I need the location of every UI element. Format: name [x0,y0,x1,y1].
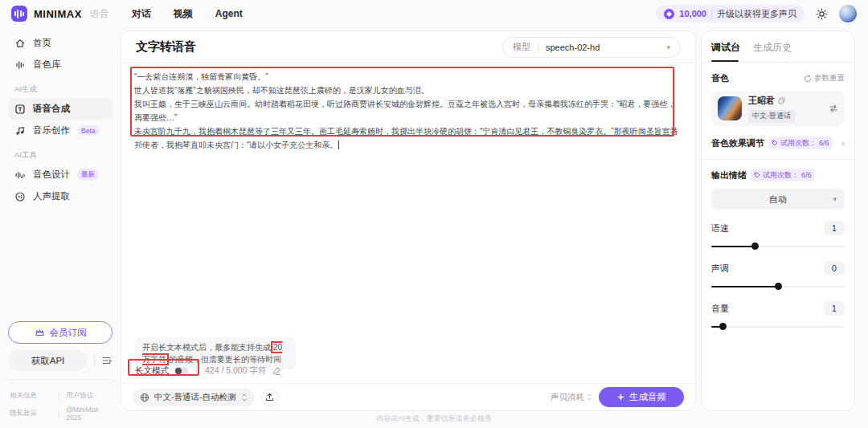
sidebar-section-ai-generate: AI生成 [14,84,113,95]
editor-paragraph: 世人皆道我“落雁”之貌祸国殃民，却不知这琵琶弦上震碎的，是汉家儿女的血与泪。 [134,84,682,97]
voice-avatar [718,96,742,120]
slider-group-volume: 音量 1 [711,301,845,330]
editor-paragraph: 未央宫阶九千九，我抱着桐木琵琶等了三年又三年。画工毛延寿索贿时，我掷出半块冷硬的… [134,124,682,152]
api-list-icon[interactable] [101,355,113,366]
sidebar-section-ai-tools: AI工具 [14,150,113,161]
swap-voice-icon[interactable] [829,104,838,113]
sidebar-item-label: 语音合成 [33,103,70,115]
trial-badge: 试用次数：6/6 [768,137,833,149]
voice-name: 王昭君 [748,95,775,107]
app-window: MINIMAX 语音 对话 视频 Agent 10,000 升级以获得更多声贝 … [0,0,868,428]
upgrade-label: 升级以获得更多声贝 [717,8,796,20]
reset-params-button[interactable]: 参数重置 [804,73,845,84]
language-value: 中文-普通话-自动检测 [154,392,236,403]
slider-group-speed: 语速 1 [711,221,845,250]
brand-product: 语音 [90,7,109,21]
slider-knob[interactable] [775,283,782,290]
credits-amount: 10,000 [679,9,706,18]
sidebar-item-voice-extract[interactable]: 人声提取 [8,185,113,207]
sidebar-item-label: 音乐创作 [33,124,70,137]
voice-language-tag: 中文-普通话 [748,110,795,123]
upload-icon [265,393,274,402]
voice-extract-icon [14,191,26,202]
long-text-mode-toggle[interactable] [174,367,188,375]
coin-icon [664,9,674,19]
language-select[interactable]: 中文-普通话-自动检测 [133,389,255,406]
link-info[interactable]: 相关信息 [10,391,51,401]
reset-icon [804,75,812,83]
nav-agent[interactable]: Agent [215,8,243,19]
membership-button[interactable]: 会员订阅 [8,321,113,344]
voice-design-icon [14,169,26,181]
tab-debug-console[interactable]: 调试台 [711,41,740,55]
speed-value[interactable]: 1 [824,221,845,235]
slider-knob[interactable] [719,323,727,330]
sidebar-item-music-creation[interactable]: 音乐创作 Beta [8,120,113,141]
speed-slider[interactable] [711,243,845,250]
voice-section-label: 音色 [711,72,729,84]
clear-text-icon[interactable] [272,366,281,376]
pitch-slider[interactable] [711,283,845,290]
model-select[interactable]: 模型 speech-02-hd ▾ [502,37,681,58]
theme-toggle-sun-icon[interactable] [816,8,828,20]
speech-synthesis-icon [14,104,26,115]
pitch-value[interactable]: 0 [824,261,845,275]
tag-icon [754,172,760,178]
emotion-select-value: 自动 [769,194,787,206]
copy-icon[interactable] [778,97,785,104]
globe-icon [140,393,149,402]
debug-panel: 调试台 生成历史 音色 参数重置 王昭君 中文-普通话 音色效果调节 [701,31,855,411]
voice-library-icon [14,59,26,71]
text-input-area[interactable]: “一去紫台连朔漠，独留青冢向黄昏。” 世人皆道我“落雁”之貌祸国殃民，却不知这琵… [121,63,695,158]
upload-file-button[interactable] [261,389,279,406]
slider-group-pitch: 声调 0 [711,261,845,290]
sort-arrows-icon [587,393,592,401]
sort-arrows-icon [241,393,248,402]
nav-chat[interactable]: 对话 [132,7,151,21]
music-note-icon [14,125,26,137]
credits-upgrade-pill[interactable]: 10,000 升级以获得更多声贝 [656,5,805,22]
get-api-button[interactable]: 获取API [8,350,88,371]
topbar: MINIMAX 语音 对话 视频 Agent 10,000 升级以获得更多声贝 [0,0,868,27]
beta-badge: Beta [77,125,100,136]
sidebar-item-voice-design[interactable]: 音色设计 最新 [8,164,113,185]
chevron-right-icon[interactable]: › [841,138,845,148]
sidebar-item-voice-library[interactable]: 音色库 [8,54,113,75]
long-text-mode-label: 长文模式 [135,365,169,377]
emotion-label: 输出情绪 [711,169,747,181]
sparkle-icon [616,393,625,402]
model-select-value: speech-02-hd [546,43,659,52]
emotion-select[interactable]: 自动 ▾ [711,189,845,210]
minimax-logo-icon[interactable] [11,6,27,22]
volume-value[interactable]: 1 [824,301,845,316]
nav-video[interactable]: 视频 [174,7,193,21]
generate-button-label: 生成音频 [629,391,666,403]
sidebar-item-label: 音色设计 [33,169,70,181]
volume-label: 音量 [711,303,729,315]
slider-knob[interactable] [751,243,759,250]
voice-effect-label: 音色效果调节 [711,137,764,149]
voice-card[interactable]: 王昭君 中文-普通话 [711,91,845,126]
sidebar-item-label: 人声提取 [33,190,70,202]
volume-slider[interactable] [711,323,845,330]
sidebar-item-speech-synthesis[interactable]: 语音合成 [8,98,113,120]
speed-label: 语速 [711,222,729,234]
editor-paragraph: 我叫王嫱，生于三峡巫山云雨间。幼时踏着稻花田埂，听过路商贾讲长安城的金碧辉煌。豆… [134,97,682,124]
text-cursor [338,141,339,149]
brand-name: MINIMAX [34,8,82,20]
generate-audio-button[interactable]: 生成音频 [599,387,684,407]
link-terms[interactable]: 用户协议 [66,391,108,401]
home-icon [14,38,26,49]
membership-label: 会员订阅 [50,327,87,339]
user-avatar[interactable] [839,5,857,22]
sidebar-item-home[interactable]: 首页 [8,32,113,54]
sidebar-item-label: 音色库 [33,59,61,71]
new-badge: 最新 [77,169,99,181]
tag-icon [772,140,778,146]
tab-generation-history[interactable]: 生成历史 [753,41,792,55]
sidebar: 首页 音色库 AI生成 语音合成 音乐创作 Beta AI工具 音色设计 最新 … [0,27,121,428]
chevron-down-icon: ▾ [833,195,837,203]
editor-paragraph: “一去紫台连朔漠，独留青冢向黄昏。” [134,70,682,84]
reset-label: 参数重置 [814,73,845,84]
cost-label: 声贝消耗 [551,392,584,403]
